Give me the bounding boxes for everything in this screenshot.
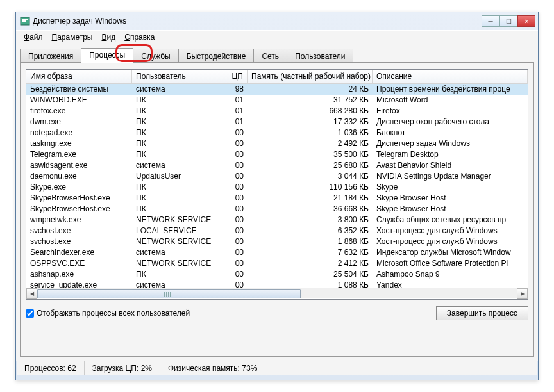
show-all-users-input[interactable] (26, 309, 34, 318)
cell-memory: 31 752 КБ (248, 95, 373, 106)
cell-image: SearchIndexer.exe (26, 247, 132, 258)
cell-image: svchost.exe (26, 236, 132, 247)
cell-user: система (132, 280, 212, 288)
col-memory[interactable]: Память (частный рабочий набор) (248, 70, 373, 83)
tab-users[interactable]: Пользователи (287, 49, 353, 63)
table-row[interactable]: firefox.exeПК01668 280 КБFirefox (26, 106, 528, 117)
menu-help[interactable]: Справка (121, 31, 158, 43)
cell-desc: Процент времени бездействия проце (373, 84, 528, 95)
cell-image: notepad.exe (26, 127, 132, 138)
cell-desc: Диспетчер окон рабочего стола (373, 117, 528, 127)
cell-cpu: 00 (212, 138, 248, 149)
tab-services[interactable]: Службы (133, 49, 178, 63)
titlebar[interactable]: Диспетчер задач Windows ─ ☐ ✕ (16, 12, 538, 30)
table-row[interactable]: aswidsagent.exeсистема0025 680 КБAvast B… (26, 160, 528, 171)
cell-user: NETWORK SERVICE (132, 215, 212, 225)
cell-memory: 3 044 КБ (248, 171, 373, 182)
cell-image: firefox.exe (26, 106, 132, 117)
horizontal-scrollbar[interactable]: ◀ ▶ (26, 288, 528, 298)
cell-cpu: 98 (212, 84, 248, 95)
table-row[interactable]: SkypeBrowserHost.exeПК0036 668 КБSkype B… (26, 204, 528, 215)
statusbar: Процессов: 62 Загрузка ЦП: 2% Физическая… (17, 361, 537, 375)
table-row[interactable]: SkypeBrowserHost.exeПК0021 184 КБSkype B… (26, 193, 528, 204)
status-cpu: Загрузка ЦП: 2% (85, 361, 160, 375)
minimize-button[interactable]: ─ (482, 15, 499, 27)
table-row[interactable]: dwm.exeПК0117 332 КБДиспетчер окон рабоч… (26, 117, 528, 127)
cell-cpu: 00 (212, 247, 248, 258)
show-all-users-label: Отображать процессы всех пользователей (37, 309, 190, 318)
table-row[interactable]: SearchIndexer.exeсистема007 632 КБИндекс… (26, 247, 528, 258)
cell-user: UpdatusUser (132, 171, 212, 182)
cell-desc: Skype Browser Host (373, 193, 528, 204)
table-row[interactable]: OSPPSVC.EXENETWORK SERVICE002 412 КБMicr… (26, 258, 528, 269)
col-description[interactable]: Описание (373, 70, 528, 83)
column-headers: Имя образа Пользователь ЦП Память (частн… (26, 70, 528, 84)
cell-memory: 7 632 КБ (248, 247, 373, 258)
table-row[interactable]: wmpnetwk.exeNETWORK SERVICE003 800 КБСлу… (26, 215, 528, 225)
table-row[interactable]: Бездействие системысистема9824 КБПроцент… (26, 84, 528, 95)
process-list[interactable]: Имя образа Пользователь ЦП Память (частн… (26, 69, 528, 300)
cell-user: ПК (132, 193, 212, 204)
cell-desc: Skype (373, 182, 528, 193)
cell-image: taskmgr.exe (26, 138, 132, 149)
cell-cpu: 00 (212, 182, 248, 193)
cell-cpu: 00 (212, 236, 248, 247)
menu-options[interactable]: Параметры (48, 31, 97, 43)
tab-strip: Приложения Процессы Службы Быстродействи… (20, 48, 534, 63)
cell-memory: 2 492 КБ (248, 138, 373, 149)
maximize-button[interactable]: ☐ (499, 15, 517, 27)
cell-desc: Ashampoo Snap 9 (373, 269, 528, 280)
table-row[interactable]: WINWORD.EXEПК0131 752 КБMicrosoft Word (26, 95, 528, 106)
cell-cpu: 00 (212, 280, 248, 288)
window-title: Диспетчер задач Windows (33, 17, 482, 26)
cell-image: SkypeBrowserHost.exe (26, 204, 132, 215)
cell-user: ПК (132, 117, 212, 127)
cell-image: wmpnetwk.exe (26, 215, 132, 225)
scroll-right-icon[interactable]: ▶ (517, 288, 528, 299)
process-list-body[interactable]: Бездействие системысистема9824 КБПроцент… (26, 84, 528, 288)
show-all-users-checkbox[interactable]: Отображать процессы всех пользователей (26, 309, 190, 318)
close-button[interactable]: ✕ (517, 15, 535, 27)
cell-memory: 3 800 КБ (248, 215, 373, 225)
tab-performance[interactable]: Быстродействие (178, 49, 255, 63)
col-user[interactable]: Пользователь (132, 70, 212, 83)
table-row[interactable]: Skype.exeПК00110 156 КБSkype (26, 182, 528, 193)
cell-user: ПК (132, 95, 212, 106)
cell-desc: Microsoft Word (373, 95, 528, 106)
cell-memory: 110 156 КБ (248, 182, 373, 193)
table-row[interactable]: taskmgr.exeПК002 492 КБДиспетчер задач W… (26, 138, 528, 149)
cell-cpu: 00 (212, 269, 248, 280)
table-row[interactable]: Telegram.exeПК0035 500 КБTelegram Deskto… (26, 149, 528, 160)
table-row[interactable]: svchost.exeLOCAL SERVICE006 352 КБХост-п… (26, 225, 528, 236)
tab-applications[interactable]: Приложения (20, 49, 81, 63)
cell-user: система (132, 247, 212, 258)
cell-user: ПК (132, 106, 212, 117)
cell-cpu: 00 (212, 225, 248, 236)
table-row[interactable]: svchost.exeNETWORK SERVICE001 868 КБХост… (26, 236, 528, 247)
end-process-button[interactable]: Завершить процесс (436, 306, 528, 320)
table-row[interactable]: service_update.exeсистема001 088 КБYande… (26, 280, 528, 288)
status-processes: Процессов: 62 (17, 361, 85, 375)
menu-file[interactable]: Файл (20, 31, 47, 43)
cell-cpu: 01 (212, 106, 248, 117)
cell-user: ПК (132, 182, 212, 193)
tab-processes[interactable]: Процессы (81, 48, 133, 63)
scroll-left-icon[interactable]: ◀ (26, 288, 37, 299)
table-row[interactable]: daemonu.exeUpdatusUser003 044 КБNVIDIA S… (26, 171, 528, 182)
cell-image: service_update.exe (26, 280, 132, 288)
col-cpu[interactable]: ЦП (212, 70, 248, 83)
cell-image: OSPPSVC.EXE (26, 258, 132, 269)
cell-image: Telegram.exe (26, 149, 132, 160)
col-image-name[interactable]: Имя образа (26, 70, 132, 83)
scroll-thumb[interactable] (37, 289, 301, 298)
cell-cpu: 00 (212, 204, 248, 215)
table-row[interactable]: notepad.exeПК001 036 КББлокнот (26, 127, 528, 138)
cell-user: ПК (132, 204, 212, 215)
cell-memory: 1 036 КБ (248, 127, 373, 138)
tab-networking[interactable]: Сеть (253, 49, 287, 63)
menu-view[interactable]: Вид (97, 31, 119, 43)
cell-memory: 2 412 КБ (248, 258, 373, 269)
processes-panel: Имя образа Пользователь ЦП Память (частн… (20, 62, 534, 357)
cell-user: LOCAL SERVICE (132, 225, 212, 236)
table-row[interactable]: ashsnap.exeПК0025 504 КБAshampoo Snap 9 (26, 269, 528, 280)
